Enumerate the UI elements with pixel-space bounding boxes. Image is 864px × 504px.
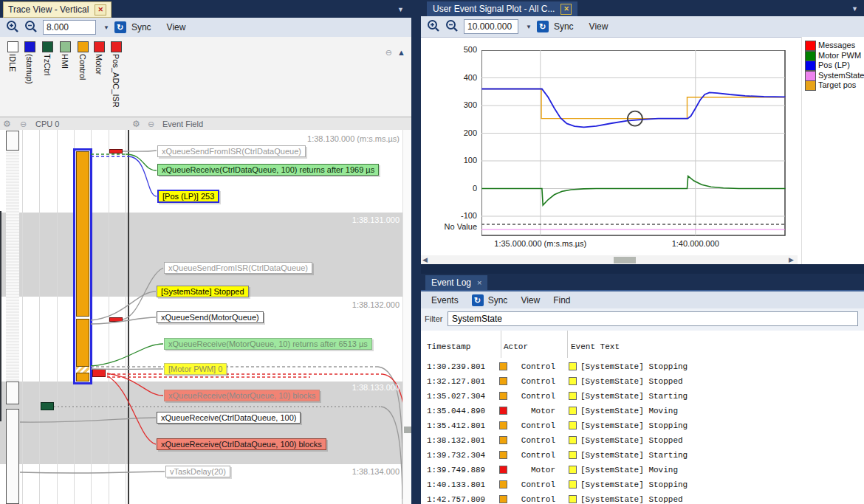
actor-color-swatch-IDLE[interactable] bbox=[7, 41, 18, 52]
y-tick-label: 100 bbox=[434, 156, 477, 165]
view-menu[interactable]: View bbox=[589, 21, 608, 32]
log-row[interactable]: 1:35.412.801Control[SystemState] Stoppin… bbox=[421, 419, 864, 434]
zoom-level-value: 8.000 bbox=[47, 22, 69, 32]
log-event-text: [SystemState] Stopping bbox=[580, 421, 688, 430]
close-icon[interactable]: ✕ bbox=[560, 4, 572, 15]
trace-vertical-scrollbar[interactable] bbox=[402, 130, 411, 504]
task-bar-TzCtrl[interactable] bbox=[41, 402, 54, 410]
log-row[interactable]: 1:38.132.801Control[SystemState] Stopped bbox=[421, 434, 864, 449]
task-bar-IDLE[interactable] bbox=[6, 131, 19, 151]
log-row[interactable]: 1:39.749.889Motor[SystemState] Moving bbox=[421, 463, 864, 478]
event-color-swatch bbox=[569, 362, 577, 370]
event-label[interactable]: xQueueSendFromISR(CtrlDataQueue) bbox=[157, 145, 306, 157]
cpu-collapse-icon[interactable]: ⊖ bbox=[20, 120, 27, 129]
log-row[interactable]: 1:39.732.304Control[SystemState] Startin… bbox=[421, 449, 864, 463]
event-label[interactable]: [Pos (LP)] 253 bbox=[157, 190, 219, 203]
event-label[interactable]: xQueueReceive(MotorQueue, 10) blocks bbox=[164, 390, 320, 401]
event-label[interactable]: vTaskDelay(20) bbox=[165, 466, 230, 477]
cpu-gear-icon[interactable]: ⚙ bbox=[3, 119, 11, 129]
filter-input[interactable] bbox=[448, 311, 858, 326]
sync-icon[interactable]: ↻ bbox=[472, 294, 484, 306]
log-event-text: [SystemState] Moving bbox=[580, 466, 678, 474]
task-bar-IDLE[interactable] bbox=[6, 382, 19, 404]
events-menu[interactable]: Events bbox=[431, 295, 459, 305]
tab-trace-view[interactable]: Trace View - Vertical ✕ bbox=[3, 1, 112, 18]
event-label[interactable]: xQueueReceive(CtrlDataQueue, 100) blocks bbox=[157, 438, 326, 450]
panel-splitter-vertical[interactable] bbox=[411, 0, 421, 504]
sync-button[interactable]: Sync bbox=[554, 21, 574, 32]
event-log-table[interactable]: TimestampActorEvent Text 1:30.239.801Con… bbox=[421, 331, 864, 504]
event-field-collapse-icon[interactable]: ⊖ bbox=[148, 120, 154, 129]
zoom-level-combo[interactable]: 10.000.000 bbox=[464, 19, 518, 34]
zoom-level-value: 10.000.000 bbox=[467, 21, 512, 32]
scroll-right-icon[interactable]: ▶ bbox=[789, 256, 794, 263]
actor-color-swatch bbox=[499, 495, 507, 503]
actor-color-swatch-HMI[interactable] bbox=[60, 41, 71, 52]
collapse-icon[interactable]: ⊖ bbox=[385, 48, 392, 58]
log-column-header[interactable]: Timestamp bbox=[427, 342, 470, 351]
trace-view-tabstrip: Trace View - Vertical ✕ ▼ bbox=[0, 0, 411, 18]
zoom-in-icon[interactable] bbox=[6, 20, 19, 35]
log-column-header[interactable]: Event Text bbox=[571, 342, 620, 351]
zoom-out-icon[interactable] bbox=[445, 19, 459, 35]
panel-menu-dropdown-icon[interactable]: ▼ bbox=[851, 5, 858, 13]
actor-color-swatch-Pos_ADC_ISR[interactable] bbox=[111, 41, 122, 52]
tab-event-log[interactable]: Event Log × bbox=[425, 275, 487, 290]
scroll-up-icon[interactable]: ▲ bbox=[397, 48, 405, 57]
sync-button[interactable]: Sync bbox=[488, 295, 508, 305]
signal-plot-canvas[interactable] bbox=[481, 50, 786, 236]
sync-button[interactable]: Sync bbox=[131, 22, 151, 32]
event-label[interactable]: xQueueReceive(CtrlDataQueue, 100) return… bbox=[157, 164, 379, 176]
scroll-left-icon[interactable]: ◀ bbox=[422, 256, 428, 263]
time-gridline-label: 1:38.132.000 bbox=[352, 300, 400, 309]
task-bar-Pos_ADC_ISR[interactable] bbox=[109, 149, 123, 153]
task-bar-IDLE[interactable] bbox=[6, 409, 19, 504]
event-label[interactable]: xQueueReceive(CtrlDataQueue, 100) bbox=[157, 412, 301, 424]
event-color-swatch bbox=[569, 407, 577, 415]
actor-color-swatch-Motor[interactable] bbox=[94, 41, 105, 52]
log-row[interactable]: 1:35.044.890Motor[SystemState] Moving bbox=[421, 404, 864, 419]
cpu-column-label: CPU 0 bbox=[35, 120, 59, 128]
trace-scrollbar-thumb[interactable] bbox=[404, 427, 411, 433]
zoom-level-combo[interactable]: 8.000 bbox=[43, 20, 96, 35]
legend-color-swatch bbox=[805, 61, 816, 71]
trace-canvas[interactable]: xQueueSendFromISR(CtrlDataQueue)xQueueRe… bbox=[0, 130, 411, 504]
actor-color-swatch-Control[interactable] bbox=[78, 41, 89, 52]
view-menu[interactable]: View bbox=[521, 295, 540, 305]
event-label[interactable]: [Motor PWM] 0 bbox=[164, 363, 227, 375]
task-bar-Pos_ADC_ISR[interactable] bbox=[109, 317, 123, 322]
sync-icon[interactable]: ↻ bbox=[114, 21, 126, 33]
event-log-menubar: Events ↻ Sync View Find bbox=[421, 291, 864, 309]
sync-icon[interactable]: ↻ bbox=[537, 21, 549, 32]
log-row[interactable]: 1:35.027.304Control[SystemState] Startin… bbox=[421, 390, 864, 404]
task-bar-Motor[interactable] bbox=[92, 369, 106, 377]
actor-color-swatch-(startup)[interactable] bbox=[24, 41, 35, 52]
event-label[interactable]: xQueueSendFromISR(CtrlDataQueue) bbox=[164, 262, 312, 274]
y-tick-label: 500 bbox=[434, 45, 477, 54]
zoom-combo-arrow-icon[interactable]: ▼ bbox=[103, 24, 109, 31]
task-bar-IDLE[interactable] bbox=[6, 151, 19, 381]
event-label[interactable]: xQueueReceive(MotorQueue, 10) returns af… bbox=[164, 338, 372, 350]
panel-splitter-horizontal[interactable] bbox=[421, 264, 864, 274]
plot-scrollbar-thumb[interactable] bbox=[614, 257, 636, 263]
log-row[interactable]: 1:30.239.801Control[SystemState] Stoppin… bbox=[421, 360, 864, 375]
view-menu[interactable]: View bbox=[167, 22, 186, 32]
log-row[interactable]: 1:42.757.809Control[SystemState] Stopped bbox=[421, 493, 864, 504]
log-column-header[interactable]: Actor bbox=[504, 342, 528, 351]
actor-color-swatch-TzCtrl[interactable] bbox=[42, 41, 53, 52]
y-tick-label: 300 bbox=[434, 100, 477, 109]
event-field-gear-icon[interactable]: ⚙ bbox=[132, 119, 140, 129]
panel-menu-dropdown-icon[interactable]: ▼ bbox=[397, 6, 404, 13]
log-timestamp: 1:35.027.304 bbox=[427, 392, 485, 401]
find-menu[interactable]: Find bbox=[553, 295, 570, 305]
event-label[interactable]: [SystemState] Stopped bbox=[157, 286, 249, 297]
zoom-out-icon[interactable] bbox=[24, 20, 38, 35]
log-row[interactable]: 1:40.133.801Control[SystemState] Stoppin… bbox=[421, 478, 864, 493]
close-icon[interactable]: ✕ bbox=[95, 4, 106, 15]
event-label[interactable]: xQueueSend(MotorQueue) bbox=[157, 311, 264, 323]
zoom-in-icon[interactable] bbox=[427, 19, 440, 35]
close-icon[interactable]: × bbox=[477, 278, 481, 287]
tab-signal-plot[interactable]: User Event Signal Plot - All C... ✕ bbox=[427, 1, 577, 16]
log-row[interactable]: 1:32.127.801Control[SystemState] Stopped bbox=[421, 375, 864, 390]
zoom-combo-arrow-icon[interactable]: ▼ bbox=[526, 24, 532, 30]
